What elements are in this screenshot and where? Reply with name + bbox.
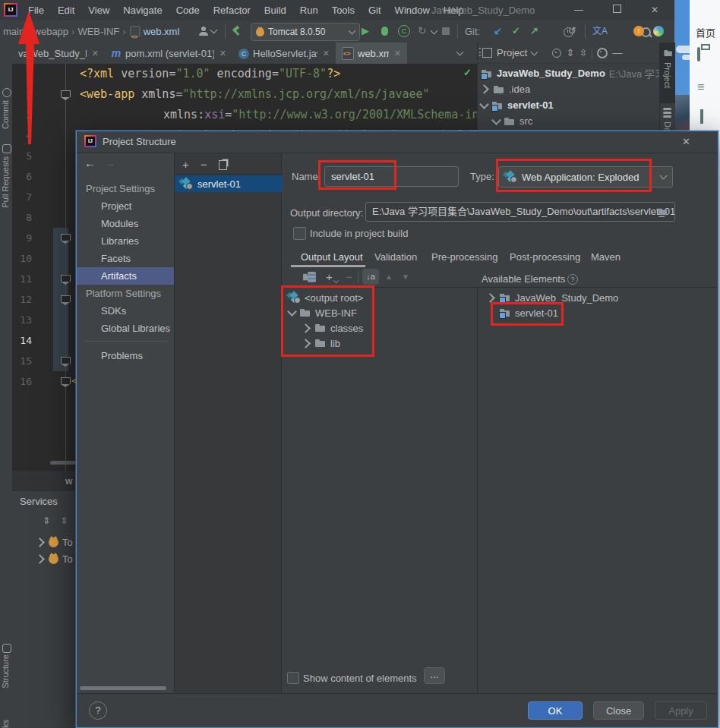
- ellipsis-button[interactable]: ...: [424, 667, 445, 684]
- chevron-right-icon[interactable]: [35, 537, 45, 547]
- translate-button[interactable]: 文A: [592, 20, 608, 43]
- expand-all-icon[interactable]: ⇕: [566, 47, 574, 58]
- browse-folder-icon[interactable]: [658, 206, 668, 217]
- sidebar-hscrollbar-thumb[interactable]: [80, 686, 166, 690]
- tab-close-icon[interactable]: ✕: [323, 49, 330, 58]
- dialog-tab-post-processing[interactable]: Post-processing: [510, 251, 580, 263]
- fold-marker-icon[interactable]: [61, 295, 71, 302]
- menu-item-code[interactable]: Code: [169, 0, 207, 20]
- editor-hscrollbar-thumb[interactable]: [50, 461, 76, 465]
- editor-tab-helloservlet-java[interactable]: CHelloServlet.java✕: [232, 43, 336, 64]
- maximize-button[interactable]: [604, 0, 630, 20]
- menu-item-git[interactable]: Git: [362, 0, 388, 20]
- apply-button[interactable]: Apply: [655, 701, 707, 720]
- tree-row-servlet-01[interactable]: servlet-01: [481, 97, 554, 113]
- chevron-right-icon[interactable]: [479, 84, 489, 94]
- chevron-right-icon[interactable]: [35, 554, 45, 564]
- artifact-list-item[interactable]: servlet-01: [175, 175, 283, 192]
- dialog-tab-pre-processing[interactable]: Pre-processing: [431, 251, 497, 263]
- inspection-ok-icon[interactable]: ✓: [463, 67, 472, 78]
- stop-button[interactable]: [442, 27, 450, 35]
- tab-close-icon[interactable]: ✕: [92, 49, 99, 58]
- create-archive-icon[interactable]: [308, 272, 316, 282]
- show-content-checkbox[interactable]: [287, 672, 299, 684]
- rerun-button[interactable]: ↻: [418, 24, 427, 36]
- tab-close-icon[interactable]: ✕: [394, 49, 401, 58]
- breadcrumb-item[interactable]: WEB-INF: [77, 26, 119, 37]
- code-line-2[interactable]: <web-app xmlns="http://xmlns.jcp.org/xml…: [80, 84, 430, 105]
- copy-icon[interactable]: [700, 109, 703, 124]
- tree-row-to[interactable]: To: [36, 550, 73, 567]
- tab-options-kebab-icon[interactable]: ⋮: [475, 46, 485, 58]
- dialog-tab-maven[interactable]: Maven: [591, 251, 621, 263]
- move-down-icon[interactable]: ▼: [402, 273, 409, 281]
- fold-marker-icon[interactable]: [61, 275, 71, 282]
- git-commit-button[interactable]: ✓: [512, 25, 520, 36]
- add-element-button[interactable]: +: [326, 270, 333, 283]
- run-with-coverage-button[interactable]: C: [398, 25, 410, 37]
- sidebar-item-problems[interactable]: Problems: [77, 347, 174, 364]
- gradle-ball-icon[interactable]: [653, 26, 664, 36]
- dialog-close-button[interactable]: ✕: [682, 131, 690, 153]
- breadcrumb-item[interactable]: web.xml: [144, 26, 180, 37]
- collapse-all-icon[interactable]: ⇳: [579, 47, 587, 58]
- move-up-icon[interactable]: ▲: [385, 273, 393, 281]
- collapse-all-icon[interactable]: ⇳: [61, 515, 68, 526]
- tool-stripe-bookmarks[interactable]: Bookmarks: [1, 720, 10, 728]
- hide-panel-icon[interactable]: —: [612, 47, 622, 58]
- fold-marker-icon[interactable]: [61, 357, 71, 364]
- background-app-home-label[interactable]: 首页: [696, 25, 720, 39]
- git-update-button[interactable]: ↙: [494, 25, 502, 36]
- project-view-label[interactable]: Project: [497, 47, 527, 58]
- ok-button[interactable]: OK: [528, 701, 583, 720]
- menu-item-navigate[interactable]: Navigate: [116, 0, 169, 20]
- chevron-down-icon[interactable]: [479, 99, 489, 109]
- tree-row-javaweb-study-demo[interactable]: JavaWeb_Study_DemoE:\Java 学习项: [481, 65, 660, 81]
- menu-item-window[interactable]: Window: [388, 0, 437, 20]
- fold-marker-icon[interactable]: [61, 377, 71, 384]
- git-push-button[interactable]: ↗: [530, 25, 538, 36]
- expand-all-icon[interactable]: ⇕: [43, 515, 50, 526]
- close-button[interactable]: Close: [593, 701, 644, 720]
- tab-close-icon[interactable]: ✕: [219, 49, 226, 58]
- sidebar-item-facets[interactable]: Facets: [77, 250, 174, 267]
- list-icon[interactable]: ≡: [697, 80, 704, 94]
- tool-stripe-pull-requests[interactable]: Pull Requests: [1, 156, 10, 208]
- tree-row--idea[interactable]: .idea: [481, 81, 530, 97]
- menu-item-refactor[interactable]: Refactor: [207, 0, 257, 20]
- minimize-button[interactable]: —: [566, 0, 592, 20]
- rollback-button[interactable]: ↺: [568, 25, 576, 36]
- run-button[interactable]: ▶: [362, 25, 369, 36]
- sidebar-item-artifacts[interactable]: Artifacts: [77, 267, 174, 285]
- user-account-button[interactable]: [199, 27, 216, 36]
- update-notification-icon[interactable]: ↑: [633, 26, 644, 36]
- chevron-down-icon[interactable]: [531, 48, 538, 55]
- copy-artifact-icon[interactable]: [219, 160, 227, 170]
- tree-row-src[interactable]: src: [493, 113, 532, 129]
- add-artifact-button[interactable]: +: [182, 158, 189, 171]
- help-circle-icon[interactable]: ?: [567, 274, 578, 285]
- build-hammer-icon[interactable]: [231, 26, 242, 36]
- gear-icon[interactable]: [597, 48, 608, 58]
- locate-file-icon[interactable]: [552, 49, 561, 58]
- editor-tab-web-xml[interactable]: web.xml✕: [336, 43, 407, 64]
- code-line-1[interactable]: <?xml version="1.0" encoding="UTF-8"?>: [80, 64, 340, 84]
- sidebar-item-libraries[interactable]: Libraries: [77, 232, 174, 250]
- back-arrow-button[interactable]: ←: [84, 156, 96, 169]
- sidebar-item-global-libraries[interactable]: Global Libraries: [77, 320, 174, 337]
- menu-item-view[interactable]: View: [81, 0, 116, 20]
- sidebar-item-modules[interactable]: Modules: [77, 215, 174, 232]
- pane-divider[interactable]: [477, 288, 478, 693]
- menu-item-tools[interactable]: Tools: [325, 0, 362, 20]
- output-directory-input[interactable]: E:\Java 学习项目集合\JavaWeb_Study_Demo\out\ar…: [365, 202, 675, 222]
- dialog-help-button[interactable]: ?: [89, 701, 107, 720]
- breadcrumb-web-app[interactable]: w: [65, 475, 72, 487]
- tool-stripe-project[interactable]: Project: [663, 62, 672, 88]
- dialog-tab-validation[interactable]: Validation: [374, 251, 417, 263]
- tree-row-to[interactable]: To: [36, 534, 73, 550]
- remove-element-button[interactable]: −: [346, 270, 352, 283]
- tool-stripe-structure[interactable]: Structure: [1, 654, 10, 689]
- include-in-build-checkbox[interactable]: [293, 227, 306, 240]
- sidebar-item-sdks[interactable]: SDKs: [77, 302, 174, 320]
- chevron-down-icon[interactable]: [431, 27, 438, 35]
